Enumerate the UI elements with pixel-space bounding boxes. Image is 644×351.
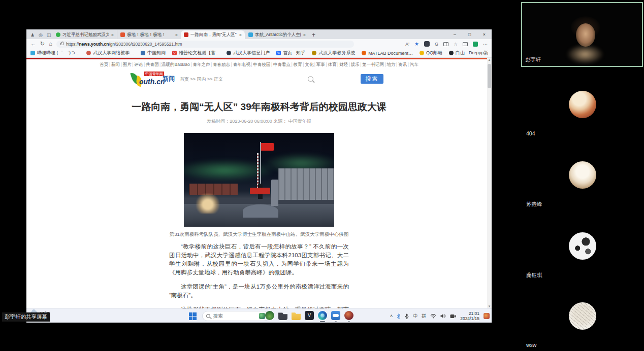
presenter-video-tile[interactable]: 彭宇轩 bbox=[521, 2, 643, 67]
tab-close-icon[interactable]: × bbox=[239, 32, 242, 38]
site-nav-item[interactable]: 地方 bbox=[384, 62, 396, 67]
back-icon[interactable]: ← bbox=[30, 41, 36, 47]
app-icon-v[interactable]: V bbox=[305, 311, 314, 320]
participant-avatar[interactable] bbox=[569, 232, 596, 260]
app-icon-dark-folder[interactable] bbox=[278, 311, 287, 320]
youth-cn-logo[interactable]: 中国青年网 outh.cn bbox=[131, 71, 187, 89]
site-nav-item[interactable]: 温暖的BaoBao bbox=[158, 62, 189, 67]
site-nav-item[interactable]: 新闻 bbox=[108, 62, 120, 67]
start-button[interactable] bbox=[189, 312, 197, 320]
tray-chevron-icon[interactable]: ˄ bbox=[390, 313, 393, 319]
file-explorer-icon[interactable] bbox=[292, 311, 301, 320]
site-nav-item[interactable]: 评论 bbox=[132, 62, 143, 67]
scroll-down-icon[interactable]: ▼ bbox=[487, 305, 492, 308]
qqmail-icon bbox=[420, 51, 424, 55]
site-search-button[interactable]: 搜索 bbox=[361, 74, 383, 84]
site-nav-item[interactable]: 共青团 bbox=[143, 62, 158, 67]
bookmark-item[interactable]: 中国知网 bbox=[141, 50, 166, 56]
extension-icon[interactable] bbox=[473, 42, 478, 47]
site-nav-item[interactable]: 教育 bbox=[291, 62, 302, 67]
cnki-icon bbox=[141, 51, 145, 55]
participant-name: 404 bbox=[526, 130, 535, 136]
split-screen-icon[interactable] bbox=[443, 42, 448, 46]
workspaces-icon[interactable]: ◎ bbox=[37, 30, 45, 39]
site-nav-item[interactable]: 财经 bbox=[336, 62, 348, 67]
close-icon[interactable]: × bbox=[477, 30, 492, 39]
site-nav-item[interactable]: 图片 bbox=[120, 62, 132, 67]
breadcrumb[interactable]: 首页 >> 国内 >> 正文 bbox=[180, 76, 223, 83]
taskbar-search[interactable]: 搜索 bbox=[202, 311, 269, 321]
profile-icon[interactable]: ♟ bbox=[28, 30, 37, 39]
site-nav-item[interactable]: 首页 bbox=[100, 62, 108, 67]
site-nav-item[interactable]: 中青校园 bbox=[250, 62, 271, 67]
browser-tab-4[interactable]: 李航_Antarctic的个人空间-李航… × bbox=[245, 30, 309, 39]
favorites-icon[interactable]: ☆ bbox=[454, 42, 458, 47]
tab-close-icon[interactable]: × bbox=[175, 32, 178, 38]
address-bar[interactable]: https://news.youth.cn/gn/202306/t2023062… bbox=[56, 41, 354, 48]
bookmark-item[interactable]: MATLAB Document… bbox=[362, 51, 413, 56]
edge-browser-icon[interactable] bbox=[318, 311, 327, 320]
photo-caption: 第31次南极科考队队员、武汉大学博士生李航在南极中山站。武汉大学南极中心供图 bbox=[26, 231, 492, 238]
browser-essentials-icon[interactable] bbox=[424, 41, 430, 47]
scroll-up-icon[interactable]: ▲ bbox=[487, 58, 492, 61]
site-nav-item[interactable]: 第一书记网 bbox=[360, 62, 384, 67]
browser-tab-2[interactable]: 极地！极地！极地！ × bbox=[117, 30, 181, 39]
site-nav-item[interactable]: 汽车 bbox=[407, 62, 418, 67]
site-nav-item[interactable]: 资讯 bbox=[395, 62, 407, 67]
netdisk-icon[interactable] bbox=[331, 311, 340, 320]
tab-actions-icon[interactable]: ◫ bbox=[45, 30, 53, 39]
read-aloud-icon[interactable]: Aʹ bbox=[405, 42, 409, 47]
app-icon-green[interactable] bbox=[265, 311, 274, 320]
favorite-star-icon[interactable]: ★ bbox=[414, 41, 419, 47]
minimize-icon[interactable]: – bbox=[447, 30, 462, 39]
participant-avatar[interactable] bbox=[569, 91, 596, 118]
bilibili-icon bbox=[30, 51, 35, 55]
refresh-icon[interactable]: ↻ bbox=[40, 41, 45, 47]
site-nav-item[interactable]: 青年电视 bbox=[230, 62, 250, 67]
browser-tab-1[interactable]: 习近平总书记勉励武汉大学参加中 × bbox=[53, 30, 117, 39]
participant-avatar[interactable] bbox=[569, 161, 596, 189]
bookmark-item[interactable]: 知首页 - 知乎 bbox=[276, 50, 305, 56]
bookmark-item[interactable]: QQ邮箱 bbox=[420, 50, 442, 56]
browser-tab-3-active[interactable]: 一路向南，勇闯“无人区” 39年南… × bbox=[181, 30, 245, 39]
scrollbar-thumb[interactable] bbox=[488, 64, 491, 88]
bookmark-item[interactable]: 哔哩哔哩 (゜-゜)つ… bbox=[30, 50, 80, 56]
notification-icon[interactable] bbox=[484, 313, 490, 319]
bookmark-item[interactable]: V维普论文检测【官… bbox=[172, 50, 220, 56]
site-nav-item[interactable]: 体育 bbox=[325, 62, 337, 67]
screen-share-label: 彭宇轩的共享屏幕 bbox=[2, 312, 50, 322]
home-icon[interactable]: ⌂ bbox=[49, 41, 52, 47]
microphone-icon[interactable] bbox=[405, 313, 409, 319]
camera-icon[interactable] bbox=[450, 314, 456, 319]
bluetooth-icon[interactable] bbox=[397, 313, 401, 319]
site-nav-item[interactable]: 青年之声 bbox=[190, 62, 210, 67]
bookmark-item[interactable]: 白山 - Dreppp新—… bbox=[449, 50, 492, 56]
section-link[interactable]: 新闻 bbox=[163, 75, 175, 83]
wifi-icon[interactable] bbox=[430, 313, 436, 319]
new-tab-icon[interactable]: + bbox=[312, 31, 315, 39]
ime-mode[interactable]: 拼 bbox=[422, 313, 426, 320]
tab-close-icon[interactable]: × bbox=[111, 32, 114, 38]
tab-title: 李航_Antarctic的个人空间-李航… bbox=[255, 32, 301, 38]
bookmark-item[interactable]: 武汉大学教务系统 bbox=[312, 50, 355, 56]
site-header: 中国青年网 outh.cn 新闻 首页 >> 国内 >> 正文 搜索 bbox=[26, 68, 492, 97]
meeting-app-icon[interactable] bbox=[344, 311, 353, 320]
site-nav-item[interactable]: 中青看点 bbox=[270, 62, 291, 67]
site-nav-item[interactable]: 娱乐 bbox=[348, 62, 360, 67]
bookmark-item[interactable]: 武汉大学网络教学… bbox=[86, 50, 134, 56]
settings-menu-icon[interactable]: ⋯ bbox=[483, 42, 488, 47]
taskbar-clock[interactable]: 21:01 2024/1/15 bbox=[460, 311, 479, 321]
maximize-icon[interactable]: □ bbox=[462, 30, 477, 39]
ime-language[interactable]: 中 bbox=[413, 313, 417, 320]
speaker-icon[interactable] bbox=[440, 313, 446, 319]
collections-icon[interactable] bbox=[463, 42, 468, 46]
participant-avatar[interactable] bbox=[569, 302, 596, 330]
site-nav-item[interactable]: 军事 bbox=[313, 62, 325, 67]
page-scrollbar[interactable]: ▲ ▼ bbox=[487, 58, 492, 308]
translate-icon[interactable]: G bbox=[435, 42, 438, 47]
site-nav-item[interactable]: 文化 bbox=[302, 62, 314, 67]
tab-close-icon[interactable]: × bbox=[303, 32, 306, 38]
bookmark-item[interactable]: 武汉大学信息门户 bbox=[227, 50, 270, 56]
search-icon[interactable] bbox=[308, 76, 313, 82]
site-nav-item[interactable]: 青春励志 bbox=[210, 62, 230, 67]
